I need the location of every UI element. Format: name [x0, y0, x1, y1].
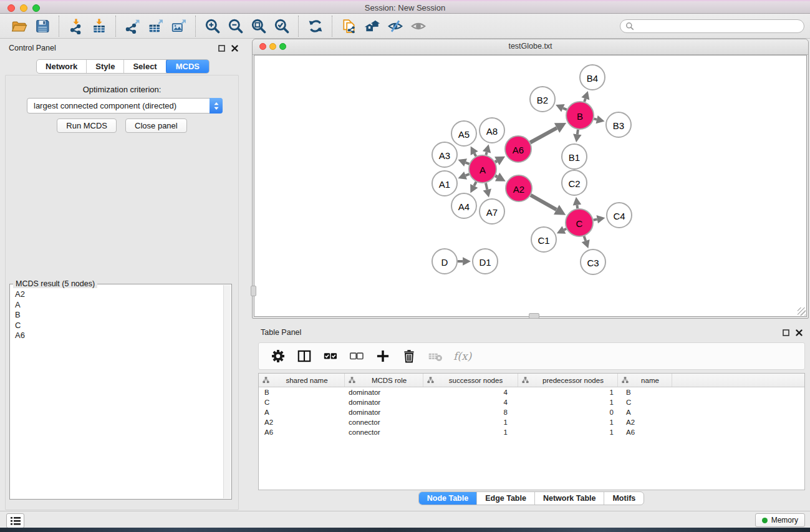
table-cell[interactable]: connector: [345, 428, 423, 436]
node-B[interactable]: B: [566, 102, 594, 129]
table-row[interactable]: Cdominator41C: [259, 397, 804, 407]
refresh-icon[interactable]: [304, 16, 327, 36]
tab-node-table[interactable]: Node Table: [419, 492, 477, 505]
node-A8[interactable]: A8: [480, 118, 504, 143]
edge-A-A6[interactable]: [494, 157, 505, 165]
result-scrollbar[interactable]: [223, 285, 231, 498]
table-cell[interactable]: dominator: [345, 389, 423, 396]
node-B1[interactable]: B1: [562, 144, 587, 169]
edge-C-C3[interactable]: [582, 236, 590, 249]
tab-motifs[interactable]: Motifs: [604, 492, 644, 505]
open-folder-icon[interactable]: [7, 16, 31, 36]
edge-A-A7[interactable]: [483, 183, 491, 198]
table-cell[interactable]: B: [259, 389, 345, 396]
table-cell[interactable]: B: [618, 389, 672, 396]
vertical-scroll-thumb[interactable]: [251, 286, 256, 296]
close-panel-icon[interactable]: [231, 45, 238, 52]
table-cell[interactable]: 4: [423, 399, 518, 406]
table-cell[interactable]: connector: [345, 418, 423, 426]
float-panel-icon[interactable]: [783, 329, 789, 336]
node-A6[interactable]: A6: [505, 136, 531, 162]
task-history-button[interactable]: [6, 513, 24, 528]
zoom-selected-icon[interactable]: [270, 16, 293, 36]
edge-B-B1[interactable]: [573, 130, 582, 142]
delete-table-icon[interactable]: [427, 348, 443, 364]
node-A7[interactable]: A7: [480, 199, 504, 224]
deselect-all-icon[interactable]: [349, 348, 365, 364]
edge-B-B3[interactable]: [594, 115, 604, 123]
export-table-icon[interactable]: [144, 16, 167, 36]
column-header-MCDS-role[interactable]: MCDS role: [345, 374, 423, 387]
resize-grip[interactable]: [798, 307, 806, 316]
table-cell[interactable]: A2: [618, 418, 672, 426]
float-panel-icon[interactable]: [218, 45, 225, 52]
table-cell[interactable]: A6: [618, 428, 672, 436]
close-panel-icon[interactable]: [796, 329, 803, 336]
result-item[interactable]: A6: [15, 331, 223, 341]
node-B2[interactable]: B2: [530, 87, 555, 112]
tab-network[interactable]: Network: [37, 60, 87, 73]
table-cell[interactable]: A: [618, 409, 672, 416]
node-D1[interactable]: D1: [473, 249, 498, 274]
eye-slash-icon[interactable]: [383, 16, 407, 36]
import-table-icon[interactable]: [87, 16, 110, 36]
tab-select[interactable]: Select: [124, 60, 166, 73]
table-cell[interactable]: 1: [518, 389, 618, 396]
edge-C-C2[interactable]: [573, 197, 582, 208]
edge-A-A8[interactable]: [483, 144, 491, 155]
table-cell[interactable]: 1: [518, 399, 618, 406]
horizontal-scroll-thumb[interactable]: [529, 313, 539, 319]
optimization-criterion-select[interactable]: largest connected component (directed): [27, 98, 223, 114]
column-header-shared-name[interactable]: shared name: [259, 374, 345, 387]
node-A2[interactable]: A2: [506, 175, 532, 201]
node-A1[interactable]: A1: [432, 171, 457, 196]
edge-A-A4[interactable]: [470, 182, 478, 193]
table-cell[interactable]: 8: [423, 409, 518, 416]
edge-D-D1[interactable]: [458, 257, 471, 266]
zoom-out-icon[interactable]: [224, 16, 247, 36]
eye-icon[interactable]: [407, 16, 430, 36]
close-panel-button[interactable]: Close panel: [125, 118, 187, 133]
node-A4[interactable]: A4: [451, 193, 476, 218]
export-network-icon[interactable]: [121, 16, 144, 36]
table-cell[interactable]: dominator: [345, 409, 423, 416]
column-header-predecessor-nodes[interactable]: predecessor nodes: [518, 374, 618, 387]
tab-style[interactable]: Style: [87, 60, 124, 73]
table-cell[interactable]: dominator: [345, 399, 423, 406]
result-item[interactable]: C: [15, 321, 223, 331]
table-row[interactable]: A2connector11A2: [259, 417, 804, 427]
edge-A2-C[interactable]: [531, 195, 566, 215]
edge-C-C4[interactable]: [594, 215, 605, 223]
delete-icon[interactable]: [401, 348, 417, 364]
table-cell[interactable]: C: [259, 399, 345, 406]
zoom-in-icon[interactable]: [201, 16, 224, 36]
run-mcds-button[interactable]: Run MCDS: [57, 118, 117, 133]
home-icon[interactable]: [360, 16, 383, 36]
table-row[interactable]: A6connector11A6: [259, 427, 804, 437]
node-B4[interactable]: B4: [580, 65, 605, 90]
network-graph[interactable]: AA2A6BCA1A3A4A5A7A8B1B2B3B4C1C2C3C4DD1: [254, 56, 808, 317]
edge-A6-B[interactable]: [530, 123, 566, 143]
memory-button[interactable]: Memory: [755, 513, 805, 527]
node-C1[interactable]: C1: [531, 227, 556, 252]
node-C3[interactable]: C3: [581, 249, 605, 274]
table-cell[interactable]: 1: [423, 428, 518, 436]
node-A5[interactable]: A5: [451, 121, 476, 146]
node-C[interactable]: C: [566, 209, 593, 236]
import-network-icon[interactable]: [64, 16, 87, 36]
table-cell[interactable]: 1: [518, 428, 618, 436]
network-window-titlebar[interactable]: testGlobe.txt: [253, 39, 808, 55]
table-row[interactable]: Bdominator41B: [259, 387, 804, 397]
add-icon[interactable]: [375, 348, 391, 364]
search-box[interactable]: [620, 19, 804, 33]
tab-mcds[interactable]: MCDS: [166, 59, 210, 74]
search-input[interactable]: [637, 21, 799, 31]
node-C4[interactable]: C4: [607, 203, 632, 228]
edge-A-A2[interactable]: [495, 173, 506, 181]
function-builder-icon[interactable]: f(x): [453, 350, 471, 362]
edge-B-B2[interactable]: [556, 104, 567, 112]
table-cell[interactable]: A: [259, 409, 345, 416]
edge-A-A3[interactable]: [458, 158, 470, 167]
node-D[interactable]: D: [432, 249, 457, 274]
table-cell[interactable]: 4: [423, 389, 518, 396]
